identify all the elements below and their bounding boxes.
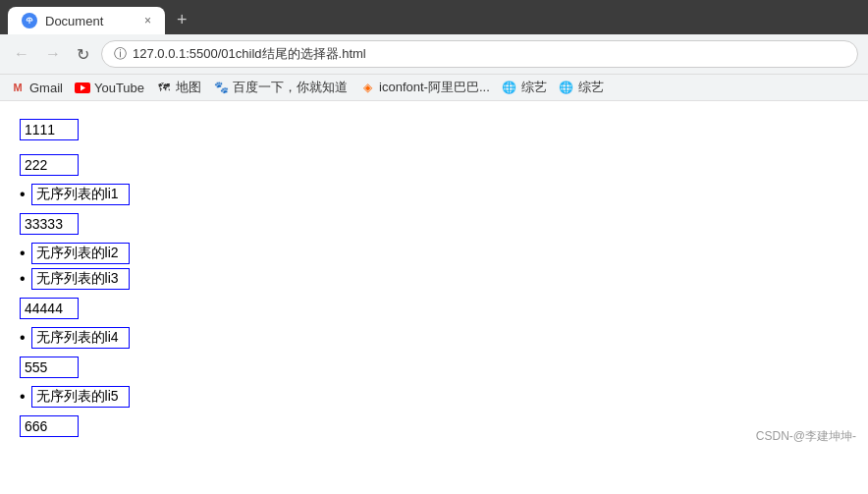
lock-icon: ⓘ: [114, 45, 127, 63]
bookmark-zongyi2[interactable]: 🌐 综艺: [559, 79, 604, 96]
iconfont-icon: ◈: [359, 80, 375, 95]
address-text: 127.0.0.1:5500/01child结尾的选择器.html: [133, 45, 366, 63]
baidu-icon: 🐾: [213, 80, 229, 95]
bookmark-iconfont-label: iconfont-阿里巴巴...: [379, 79, 490, 96]
active-tab[interactable]: Document ×: [8, 7, 165, 34]
content-row-5: 555: [20, 353, 848, 382]
bullet-4: [20, 329, 26, 347]
bullet-1: [20, 186, 26, 203]
bookmark-zongyi2-label: 综艺: [578, 79, 604, 96]
box-666: 666: [20, 415, 79, 437]
content-row-3: 33333: [20, 209, 848, 239]
new-tab-button[interactable]: +: [167, 6, 197, 34]
address-bar[interactable]: ⓘ 127.0.0.1:5500/01child结尾的选择器.html: [101, 40, 858, 68]
back-button[interactable]: ←: [10, 43, 33, 65]
bookmark-gmail[interactable]: M Gmail: [10, 80, 63, 95]
content-row-1: 1111: [20, 115, 848, 144]
list-item-3: 无序列表的li3: [20, 268, 848, 290]
bookmark-iconfont[interactable]: ◈ iconfont-阿里巴巴...: [359, 79, 490, 96]
gmail-icon: M: [10, 80, 26, 95]
maps-icon: 🗺: [156, 80, 172, 95]
refresh-button[interactable]: ↻: [73, 43, 93, 66]
box-44444: 44444: [20, 298, 79, 319]
li-text-3: 无序列表的li3: [31, 268, 130, 290]
bookmarks-bar: M Gmail YouTube 🗺 地图 🐾 百度一下，你就知道 ◈ iconf…: [0, 75, 868, 101]
tab-bar: Document × +: [8, 6, 197, 34]
youtube-icon: [75, 80, 90, 95]
bookmark-maps-label: 地图: [176, 79, 201, 96]
list-item-2: 无序列表的li2: [20, 243, 848, 264]
li-text-1: 无序列表的li1: [31, 184, 130, 205]
bookmark-youtube-label: YouTube: [94, 81, 144, 95]
tab-close-button[interactable]: ×: [144, 14, 151, 27]
bookmark-gmail-label: Gmail: [29, 81, 63, 95]
list-item-4: 无序列表的li4: [20, 327, 848, 349]
content-row-2: 222: [20, 150, 848, 180]
bookmark-baidu-label: 百度一下，你就知道: [233, 79, 348, 96]
bookmark-baidu[interactable]: 🐾 百度一下，你就知道: [213, 79, 348, 96]
globe-icon-1: 🌐: [502, 80, 517, 95]
watermark: CSDN-@李建坤坤-: [756, 428, 856, 445]
box-1111: 1111: [20, 119, 79, 140]
li-text-5: 无序列表的li5: [31, 386, 130, 408]
box-222: 222: [20, 154, 79, 176]
content-row-4: 44444: [20, 294, 848, 323]
bookmark-youtube[interactable]: YouTube: [75, 80, 144, 95]
li-text-2: 无序列表的li2: [31, 243, 130, 264]
bullet-2: [20, 245, 26, 262]
bookmark-zongyi1[interactable]: 🌐 综艺: [502, 79, 547, 96]
tab-favicon: [22, 13, 37, 28]
bullet-3: [20, 270, 26, 288]
tab-title: Document: [45, 14, 103, 28]
bookmark-zongyi1-label: 综艺: [521, 79, 547, 96]
list-item-1: 无序列表的li1: [20, 184, 848, 205]
nav-bar: ← → ↻ ⓘ 127.0.0.1:5500/01child结尾的选择器.htm…: [0, 34, 868, 75]
box-33333: 33333: [20, 213, 79, 235]
globe-icon-2: 🌐: [559, 80, 574, 95]
list-item-5: 无序列表的li5: [20, 386, 848, 408]
content-row-6: 666: [20, 412, 848, 441]
browser-chrome: Document × +: [0, 0, 868, 34]
li-text-4: 无序列表的li4: [31, 327, 130, 349]
bullet-5: [20, 388, 26, 406]
forward-button[interactable]: →: [41, 43, 65, 65]
page-content: 1111 222 无序列表的li1 33333 无序列表的li2 无序列表的li…: [0, 101, 868, 453]
bookmark-maps[interactable]: 🗺 地图: [156, 79, 201, 96]
box-555: 555: [20, 357, 79, 378]
